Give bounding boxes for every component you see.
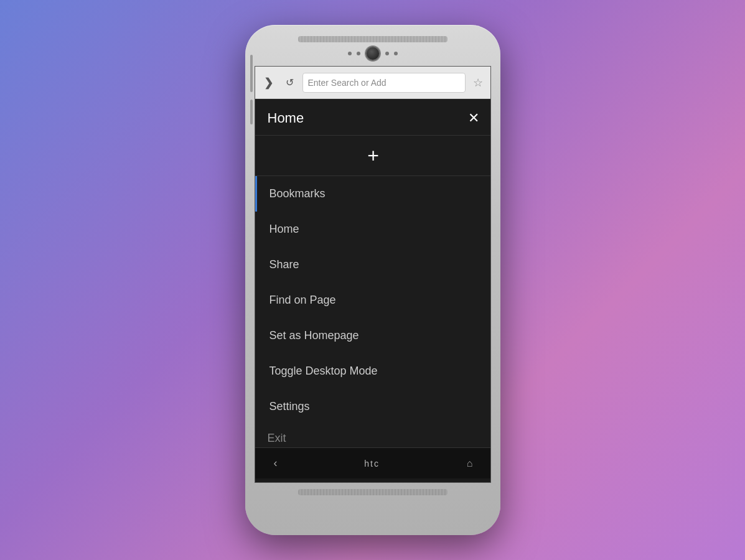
- menu-item-label: Share: [269, 258, 299, 271]
- menu-item-home[interactable]: Home: [255, 212, 491, 247]
- menu-item-label: Toggle Desktop Mode: [269, 365, 378, 377]
- menu-item-share[interactable]: Share: [255, 247, 491, 282]
- back-button[interactable]: ❯: [260, 74, 278, 91]
- menu-item-exit-partial[interactable]: Exit: [255, 424, 491, 447]
- browser-toolbar: ❯ ↺ Enter Search or Add ☆: [255, 67, 491, 99]
- new-tab-area[interactable]: +: [255, 136, 491, 176]
- front-camera: [365, 46, 380, 61]
- speaker-top: [298, 36, 447, 42]
- menu-item-label: Bookmarks: [269, 187, 326, 200]
- dropdown-menu: Home ✕ + Bookmarks Home Share: [255, 99, 491, 447]
- menu-item-toggle-desktop[interactable]: Toggle Desktop Mode: [255, 353, 491, 389]
- menu-item-find-on-page[interactable]: Find on Page: [255, 282, 491, 318]
- back-icon: ❯: [264, 76, 273, 90]
- refresh-icon: ↺: [286, 77, 294, 88]
- menu-item-settings[interactable]: Settings: [255, 389, 491, 424]
- menu-item-label: Find on Page: [269, 294, 336, 306]
- speaker-bottom: [298, 489, 447, 495]
- new-tab-icon: +: [367, 146, 379, 166]
- phone-frame: ❯ ↺ Enter Search or Add ☆ Home ✕: [245, 25, 500, 535]
- menu-item-label: Settings: [269, 400, 310, 413]
- menu-title: Home: [268, 110, 304, 126]
- menu-item-label: Set as Homepage: [269, 329, 359, 342]
- refresh-button[interactable]: ↺: [281, 74, 299, 91]
- menu-item-label: Home: [269, 223, 299, 235]
- sensor-dot-mid: [357, 52, 360, 55]
- menu-item-set-homepage[interactable]: Set as Homepage: [255, 318, 491, 353]
- menu-header: Home ✕: [255, 99, 491, 136]
- close-button[interactable]: ✕: [468, 111, 479, 125]
- nav-back-button[interactable]: ‹: [274, 457, 278, 470]
- sensor-dot-left: [348, 52, 352, 55]
- phone-screen: ❯ ↺ Enter Search or Add ☆ Home ✕: [255, 66, 491, 483]
- bookmark-button[interactable]: ☆: [469, 74, 487, 91]
- menu-item-bookmarks[interactable]: Bookmarks: [255, 176, 491, 212]
- nav-home-button[interactable]: ⌂: [467, 458, 473, 469]
- sensor-dot-far-right: [394, 52, 398, 55]
- bottom-nav-bar: ‹ htc ⌂: [255, 447, 491, 478]
- sensor-dot-right: [385, 52, 389, 55]
- sensors-row: [245, 46, 500, 61]
- url-bar[interactable]: Enter Search or Add: [302, 73, 466, 93]
- htc-brand-logo: htc: [364, 459, 380, 469]
- star-icon: ☆: [473, 76, 483, 90]
- menu-item-label: Exit: [268, 432, 286, 444]
- url-placeholder-text: Enter Search or Add: [308, 78, 387, 88]
